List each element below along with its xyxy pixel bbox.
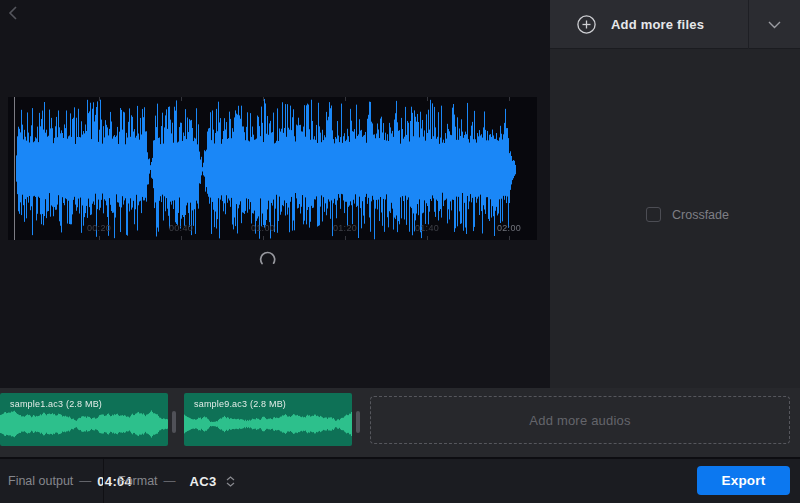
bottom-bar: Final output — 04:04 Format — AC3 Export — [0, 457, 800, 503]
final-output-label: Final output — [8, 474, 73, 488]
audio-clip-2[interactable]: sample9.ac3 (2.8 MB) — [184, 393, 352, 446]
add-more-audios-label: Add more audios — [529, 413, 630, 428]
dash-separator: — — [164, 474, 176, 488]
chevron-down-icon — [768, 21, 781, 29]
chevron-up-icon — [226, 476, 235, 481]
audio-waveform — [8, 97, 537, 240]
time-tick — [427, 236, 428, 240]
time-label: 01:40 — [415, 223, 439, 233]
format-group: Format — AC3 — [118, 459, 235, 503]
clip-drag-handle[interactable] — [356, 411, 360, 433]
time-tick — [509, 236, 510, 240]
time-tick — [427, 97, 428, 101]
audio-clip-1[interactable]: sample1.ac3 (2.8 MB) — [0, 393, 168, 446]
dash-separator: — — [79, 474, 91, 488]
plus-circle-icon — [577, 14, 597, 34]
waveform-panel[interactable]: 00:20 00:40 01:00 01:20 01:40 02:00 — [8, 97, 537, 240]
crossfade-label: Crossfade — [672, 208, 729, 222]
loading-spinner-icon — [258, 250, 278, 270]
crossfade-option[interactable]: Crossfade — [646, 207, 729, 222]
export-button[interactable]: Export — [697, 466, 790, 495]
back-chevron-icon — [8, 5, 18, 21]
bottom-bar-divider — [103, 459, 104, 503]
time-label: 00:20 — [87, 223, 111, 233]
format-label: Format — [118, 474, 158, 488]
time-label: 01:00 — [251, 223, 275, 233]
time-tick — [99, 97, 100, 101]
clip-filename: sample9.ac3 (2.8 MB) — [194, 399, 286, 409]
chevron-down-icon — [226, 482, 235, 487]
timeline-track-strip: sample1.ac3 (2.8 MB) sample9.ac3 (2.8 MB… — [0, 388, 800, 457]
format-value: AC3 — [190, 474, 217, 489]
add-files-dropdown-button[interactable] — [748, 0, 800, 49]
time-tick — [181, 236, 182, 240]
time-label: 00:40 — [169, 223, 193, 233]
crossfade-checkbox[interactable] — [646, 207, 661, 222]
time-tick — [263, 97, 264, 101]
clip-filename: sample1.ac3 (2.8 MB) — [10, 399, 102, 409]
time-label: 01:20 — [333, 223, 357, 233]
time-tick — [345, 97, 346, 101]
back-button[interactable] — [3, 3, 23, 23]
time-tick — [345, 236, 346, 240]
add-more-audios-button[interactable]: Add more audios — [370, 396, 790, 444]
add-more-files-label: Add more files — [611, 17, 704, 32]
time-tick — [509, 97, 510, 101]
format-stepper[interactable] — [226, 476, 235, 487]
time-tick — [263, 236, 264, 240]
right-panel: Add more files Crossfade — [550, 0, 800, 388]
final-output-group: Final output — 04:04 — [8, 459, 132, 503]
playhead[interactable] — [14, 97, 15, 240]
time-label: 02:00 — [497, 223, 521, 233]
time-tick — [99, 236, 100, 240]
clip-drag-handle[interactable] — [172, 411, 176, 433]
time-tick — [181, 97, 182, 101]
